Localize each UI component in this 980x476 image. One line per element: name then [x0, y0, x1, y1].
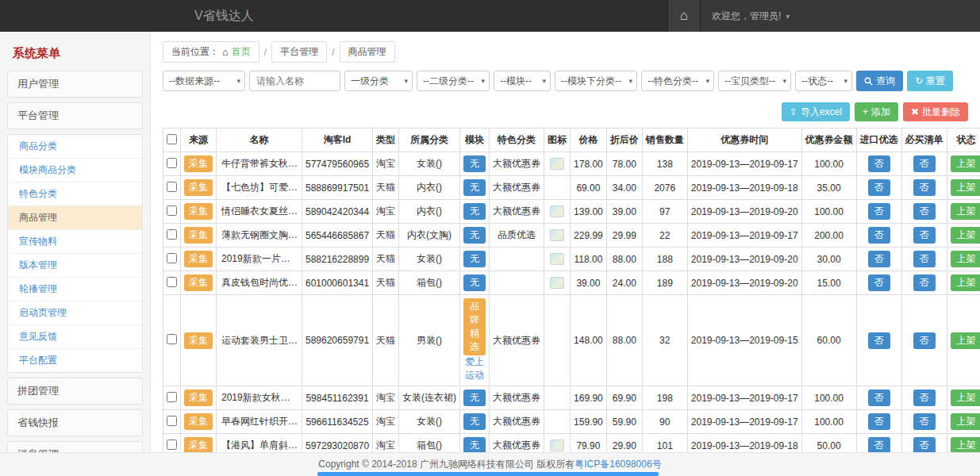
icp-link[interactable]: 粤ICP备16098006号	[575, 459, 661, 470]
row-checkbox[interactable]	[167, 277, 177, 287]
sidebar-item-platform-config[interactable]: 平台配置	[8, 349, 142, 372]
status-button[interactable]: 上架	[951, 390, 980, 406]
must-buy-toggle[interactable]: 否	[913, 227, 936, 244]
breadcrumb-home-link[interactable]: 首页	[232, 45, 251, 59]
data-source-select[interactable]: --数据来源-- ▾	[163, 71, 245, 91]
import-select-toggle[interactable]: 否	[868, 413, 890, 430]
home-button[interactable]: ⌂	[667, 0, 701, 32]
level2-category-select[interactable]: --二级分类-- ▾	[417, 71, 490, 91]
sidebar-item-splash-mgmt[interactable]: 启动页管理	[8, 301, 142, 325]
status-button[interactable]: 上架	[951, 179, 980, 196]
must-buy-toggle[interactable]: 否	[913, 437, 936, 452]
status-button[interactable]: 上架	[951, 203, 980, 220]
cell-status: 上架	[947, 434, 980, 453]
cell-feature	[490, 248, 544, 271]
sidebar-item-message-mgmt[interactable]: 消息管理	[7, 441, 143, 452]
breadcrumb: 当前位置： ⌂ 首页 / 平台管理 / 商品管理	[163, 41, 968, 63]
sidebar-item-carousel-mgmt[interactable]: 轮播管理	[8, 278, 142, 301]
name-search-input[interactable]	[249, 71, 340, 91]
import-excel-button[interactable]: ⇧ 导入excel	[782, 102, 850, 121]
module-none-badge: 无	[463, 155, 486, 172]
cell-source: 采集	[181, 271, 217, 295]
import-select-toggle[interactable]: 否	[868, 251, 890, 267]
must-buy-toggle[interactable]: 否	[913, 332, 936, 349]
level1-category-select[interactable]: 一级分类 ▾	[344, 71, 413, 91]
row-checkbox[interactable]	[167, 205, 177, 216]
status-button[interactable]: 上架	[951, 251, 980, 267]
must-buy-toggle[interactable]: 否	[913, 413, 936, 430]
chevron-down-icon: ▾	[542, 77, 546, 85]
row-checkbox[interactable]	[167, 253, 177, 263]
sidebar-item-version-mgmt[interactable]: 版本管理	[8, 254, 142, 278]
cell-module: 无	[460, 386, 490, 410]
cell-import-select: 否	[856, 386, 901, 410]
module-none-badge: 无	[463, 227, 486, 244]
sidebar-item-goods-category[interactable]: 商品分类	[8, 135, 142, 159]
sidebar-item-feature-category[interactable]: 特色分类	[8, 182, 142, 206]
sidebar-item-platform-mgmt[interactable]: 平台管理	[7, 102, 143, 129]
sidebar-item-promo-material[interactable]: 宣传物料	[8, 230, 142, 254]
sidebar-item-saving-news[interactable]: 省钱快报	[7, 409, 143, 436]
cell-icon	[544, 386, 571, 410]
import-select-toggle[interactable]: 否	[868, 437, 890, 452]
row-checkbox[interactable]	[167, 440, 177, 450]
cell-category: 内衣()	[399, 200, 460, 224]
sidebar-item-group-buy-mgmt[interactable]: 拼团管理	[7, 378, 143, 405]
user-menu[interactable]: 欢迎您，管理员! ▾	[701, 0, 980, 32]
cell-discount-price: 34.00	[606, 176, 642, 200]
module-link[interactable]: 爱上运动	[465, 356, 484, 381]
status-button[interactable]: 上架	[951, 332, 980, 349]
status-button[interactable]: 上架	[951, 437, 980, 452]
row-checkbox[interactable]	[167, 229, 177, 240]
row-select-cell	[163, 295, 181, 386]
reset-button[interactable]: ↻ 重置	[907, 71, 953, 91]
must-buy-toggle[interactable]: 否	[913, 179, 936, 196]
table-row: 采集 【港风】单肩斜挎链条... 597293020870 淘宝 箱包() 无 …	[163, 434, 980, 453]
import-select-toggle[interactable]: 否	[868, 179, 890, 196]
row-checkbox[interactable]	[167, 182, 177, 192]
import-select-toggle[interactable]: 否	[868, 274, 890, 291]
sidebar-item-goods-mgmt[interactable]: 商品管理	[8, 206, 142, 230]
status-button[interactable]: 上架	[951, 227, 980, 244]
status-button[interactable]: 上架	[951, 274, 980, 291]
product-thumbnail	[550, 277, 564, 289]
status-button[interactable]: 上架	[951, 413, 980, 430]
item-type-select[interactable]: --宝贝类型-- ▾	[718, 71, 791, 91]
cell-type: 淘宝	[373, 152, 399, 176]
module-none-badge: 无	[463, 203, 486, 220]
must-buy-toggle[interactable]: 否	[913, 274, 936, 291]
must-buy-toggle[interactable]: 否	[913, 203, 936, 220]
add-button[interactable]: + 添加	[855, 102, 898, 121]
must-buy-toggle[interactable]: 否	[913, 390, 936, 406]
must-buy-toggle[interactable]: 否	[913, 155, 936, 172]
sidebar-item-module-goods-category[interactable]: 模块商品分类	[8, 159, 142, 182]
must-buy-toggle[interactable]: 否	[913, 251, 936, 267]
cell-coupon-amount: 60.00	[801, 295, 856, 386]
module-select[interactable]: --模块-- ▾	[494, 71, 551, 91]
import-select-toggle[interactable]: 否	[868, 332, 890, 349]
sidebar-item-feedback[interactable]: 意见反馈	[8, 325, 142, 349]
col-feature: 特色分类	[490, 129, 544, 152]
row-checkbox[interactable]	[167, 158, 177, 168]
select-all-checkbox[interactable]	[167, 134, 177, 144]
row-checkbox[interactable]	[167, 416, 177, 426]
import-icon: ⇧	[790, 106, 797, 117]
horizontal-scrollbar-thumb[interactable]	[317, 472, 659, 476]
module-subcategory-select[interactable]: --模块下分类-- ▾	[555, 71, 637, 91]
import-select-toggle[interactable]: 否	[868, 390, 890, 406]
import-select-toggle[interactable]: 否	[868, 203, 890, 220]
chevron-down-icon: ▾	[481, 77, 485, 85]
cell-source: 采集	[181, 176, 217, 200]
import-select-toggle[interactable]: 否	[868, 155, 890, 172]
status-select[interactable]: --状态-- ▾	[795, 71, 852, 91]
row-checkbox[interactable]	[167, 334, 177, 344]
batch-delete-button[interactable]: ✖ 批量删除	[903, 102, 968, 121]
search-button[interactable]: 查询	[856, 71, 903, 91]
row-checkbox[interactable]	[167, 392, 177, 402]
status-button[interactable]: 上架	[951, 155, 980, 172]
source-badge: 采集	[184, 390, 213, 406]
platform-submenu: 商品分类 模块商品分类 特色分类 商品管理 宣传物料 版本管理 轮播管理 启动页…	[7, 134, 143, 373]
sidebar-item-user-mgmt[interactable]: 用户管理	[7, 71, 143, 98]
feature-category-select[interactable]: --特色分类-- ▾	[641, 71, 714, 91]
import-select-toggle[interactable]: 否	[868, 227, 890, 244]
